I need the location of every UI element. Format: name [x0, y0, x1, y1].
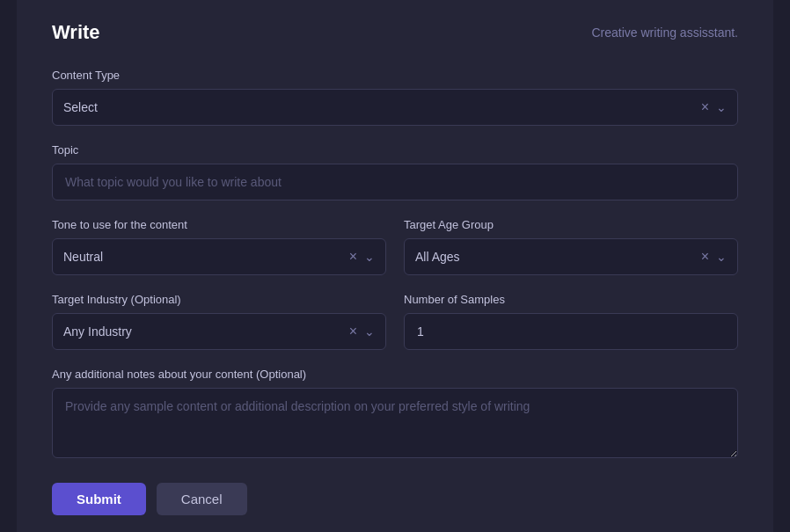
target-industry-group: Target Industry (Optional) Any Industry … — [52, 293, 386, 350]
modal-subtitle: Creative writing assisstant. — [591, 26, 738, 40]
tone-clear-icon[interactable]: × — [349, 250, 357, 264]
additional-notes-textarea[interactable] — [52, 388, 738, 458]
target-age-group: Target Age Group All Ages × ⌄ — [404, 218, 738, 275]
topic-group: Topic — [52, 143, 738, 200]
target-industry-clear-icon[interactable]: × — [349, 324, 357, 339]
topic-input[interactable] — [52, 164, 738, 200]
additional-notes-label: Any additional notes about your content … — [52, 368, 738, 381]
tone-value: Neutral — [63, 250, 349, 264]
tone-select[interactable]: Neutral × ⌄ — [52, 238, 386, 275]
submit-button[interactable]: Submit — [52, 483, 146, 515]
target-age-clear-icon[interactable]: × — [701, 250, 709, 264]
target-industry-chevron-icon[interactable]: ⌄ — [364, 324, 375, 339]
form-actions: Submit Cancel — [52, 483, 738, 515]
tone-group: Tone to use for the content Neutral × ⌄ — [52, 218, 386, 275]
content-type-clear-icon[interactable]: × — [701, 100, 709, 114]
number-of-samples-input[interactable] — [404, 313, 738, 350]
target-age-chevron-icon[interactable]: ⌄ — [716, 250, 727, 264]
modal-title: Write — [52, 21, 100, 44]
content-type-group: Content Type Select × ⌄ — [52, 69, 738, 126]
target-industry-select[interactable]: Any Industry × ⌄ — [52, 313, 386, 350]
content-type-chevron-icon[interactable]: ⌄ — [716, 100, 727, 114]
target-industry-value: Any Industry — [63, 324, 349, 339]
number-of-samples-label: Number of Samples — [404, 293, 738, 306]
target-industry-label: Target Industry (Optional) — [52, 293, 386, 306]
content-type-label: Content Type — [52, 69, 738, 82]
content-type-value: Select — [63, 100, 701, 114]
industry-samples-row: Target Industry (Optional) Any Industry … — [52, 293, 738, 350]
write-modal: Write Creative writing assisstant. Conte… — [17, 0, 773, 532]
topic-label: Topic — [52, 143, 738, 157]
target-age-value: All Ages — [415, 250, 701, 264]
target-age-label: Target Age Group — [404, 218, 738, 231]
tone-age-row: Tone to use for the content Neutral × ⌄ … — [52, 218, 738, 275]
target-age-select[interactable]: All Ages × ⌄ — [404, 238, 738, 275]
modal-header: Write Creative writing assisstant. — [52, 21, 738, 44]
tone-label: Tone to use for the content — [52, 218, 386, 231]
tone-chevron-icon[interactable]: ⌄ — [364, 250, 375, 264]
additional-notes-group: Any additional notes about your content … — [52, 368, 738, 462]
content-type-select[interactable]: Select × ⌄ — [52, 89, 738, 126]
cancel-button[interactable]: Cancel — [157, 483, 247, 515]
number-of-samples-group: Number of Samples — [404, 293, 738, 350]
